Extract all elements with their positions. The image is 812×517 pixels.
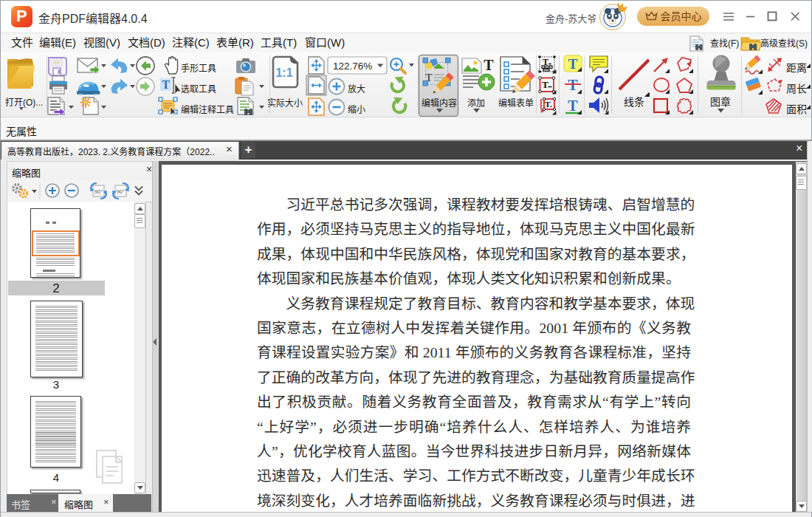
svg-text:122.76%: 122.76% — [333, 61, 372, 72]
svg-text:T.: T. — [545, 100, 552, 109]
svg-text:90°: 90° — [94, 188, 103, 195]
svg-text:T: T — [542, 79, 548, 90]
svg-text:1:1: 1:1 — [275, 66, 292, 79]
svg-text:T: T — [162, 78, 170, 91]
svg-text:T: T — [568, 56, 578, 72]
svg-text:90°: 90° — [117, 188, 125, 195]
svg-text:T: T — [484, 57, 494, 73]
svg-text:T: T — [568, 97, 578, 114]
